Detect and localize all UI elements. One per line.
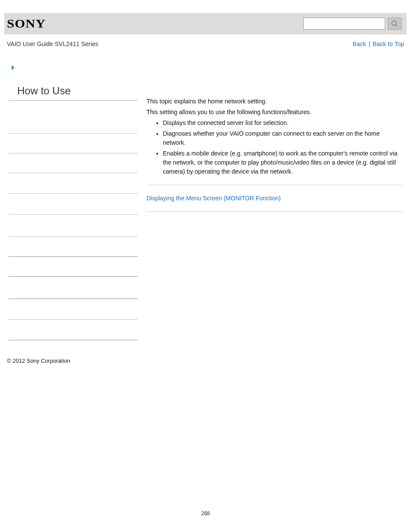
svg-point-0 — [392, 21, 396, 25]
breadcrumb-chevron — [10, 65, 407, 72]
copyright: © 2012 Sony Corporation — [7, 358, 407, 364]
svg-line-1 — [395, 25, 398, 27]
content-divider — [146, 185, 402, 185]
back-link[interactable]: Back — [353, 40, 366, 47]
list-item: Diagnoses whether your VAIO computer can… — [163, 129, 402, 147]
search-area — [303, 18, 402, 30]
sony-logo: SONY — [7, 17, 46, 31]
chevron-right-icon — [10, 65, 16, 71]
list-item: Displays the connected server list for s… — [163, 118, 402, 128]
content-bullets: Displays the connected server list for s… — [146, 118, 402, 176]
nav-links: Back | Back to Top — [353, 40, 404, 47]
subheader: VAIO User Guide SVL2411 Series Back | Ba… — [4, 34, 407, 60]
header-bar: SONY — [4, 13, 407, 34]
guide-title: VAIO User Guide SVL2411 Series — [7, 40, 98, 47]
sidebar-item[interactable] — [9, 340, 138, 340]
back-to-top-link[interactable]: Back to Top — [373, 40, 404, 47]
content-para-1: This topic explains the home network set… — [146, 97, 402, 106]
sidebar: How to Use — [9, 85, 138, 340]
list-item: Enables a mobile device (e.g. smartphone… — [163, 149, 402, 176]
content-para-2: This setting allows you to use the follo… — [146, 108, 402, 117]
content-divider — [146, 212, 402, 212]
page-number: 268 — [4, 510, 407, 525]
search-button[interactable] — [388, 18, 402, 30]
sidebar-title: How to Use — [9, 85, 138, 101]
content-body: This topic explains the home network set… — [146, 85, 402, 340]
search-icon — [391, 20, 399, 28]
search-input[interactable] — [303, 18, 385, 30]
related-link[interactable]: Displaying the Menu Screen (MONITOR Func… — [146, 194, 402, 203]
nav-separator: | — [369, 40, 372, 47]
